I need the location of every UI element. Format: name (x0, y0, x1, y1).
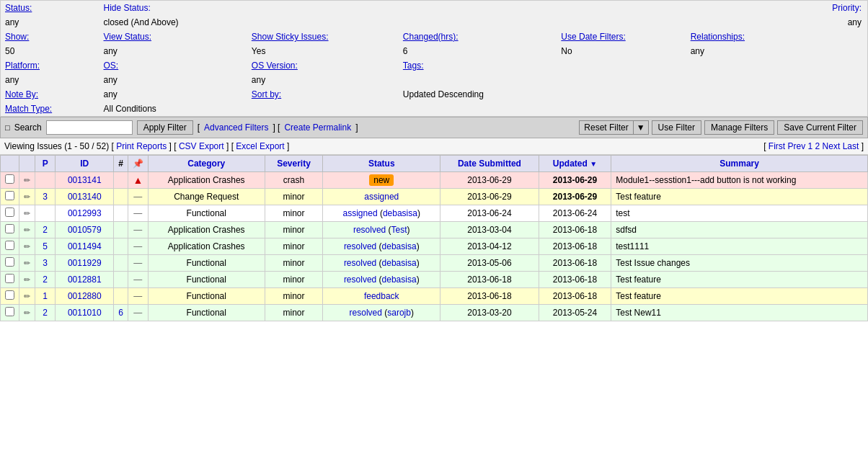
nav-page1[interactable]: 1 (808, 141, 813, 151)
create-permalink-link[interactable]: Create Permalink (284, 122, 351, 133)
row-id-link[interactable]: 0011010 (68, 308, 102, 318)
row-checkbox[interactable] (5, 208, 14, 217)
row-id-link[interactable]: 0013140 (68, 192, 102, 202)
row-p-link[interactable]: 1 (43, 291, 48, 301)
changed-label[interactable]: Changed(hrs): (399, 30, 557, 44)
th-date-submitted[interactable]: Date Submitted (440, 156, 539, 172)
nav-prev[interactable]: Prev (788, 141, 806, 151)
print-reports-link[interactable]: Print Reports (116, 141, 167, 151)
hide-status-anchor[interactable]: Hide Status: (104, 3, 151, 13)
row-status-link[interactable]: assigned (343, 208, 378, 218)
edit-icon[interactable]: ✏ (24, 242, 30, 251)
row-id-link[interactable]: 0012881 (68, 275, 102, 285)
th-status[interactable]: Status (323, 156, 440, 172)
edit-icon[interactable]: ✏ (24, 292, 30, 300)
excel-export-link[interactable]: Excel Export (236, 141, 284, 151)
use-date-anchor[interactable]: Use Date Filters: (561, 32, 625, 42)
os-anchor[interactable]: OS: (104, 61, 119, 71)
row-id-link[interactable]: 0010579 (68, 225, 102, 235)
col-severity-link[interactable]: Severity (277, 159, 311, 169)
row-checkbox[interactable] (5, 274, 14, 283)
use-filter-button[interactable]: Use Filter (652, 120, 701, 135)
row-status-link[interactable]: resolved (344, 275, 376, 285)
row-checkbox[interactable] (5, 224, 14, 233)
row-p-link[interactable]: 2 (43, 308, 48, 318)
dropdown-arrow-icon[interactable]: ▼ (633, 121, 648, 134)
priority-link[interactable]: Priority: (832, 3, 862, 13)
edit-icon[interactable]: ✏ (24, 259, 30, 267)
nav-first[interactable]: First (769, 141, 785, 151)
row-hash-link[interactable]: 6 (118, 308, 123, 318)
th-updated[interactable]: Updated ▼ (539, 156, 611, 172)
row-status-user-link[interactable]: debasisa (382, 258, 417, 268)
row-status-link[interactable]: resolved (344, 241, 376, 251)
nav-last[interactable]: Last (843, 141, 859, 151)
reset-filter-button[interactable]: Reset Filter (580, 121, 632, 134)
csv-export-link[interactable]: CSV Export (179, 141, 224, 151)
status-label[interactable]: Status: (1, 1, 99, 15)
row-status-link[interactable]: resolved (344, 258, 376, 268)
advanced-filters-link[interactable]: Advanced Filters (204, 122, 268, 133)
row-status-user-link[interactable]: Test (391, 225, 407, 235)
row-p-link[interactable]: 3 (43, 192, 48, 202)
th-severity[interactable]: Severity (265, 156, 323, 172)
row-checkbox[interactable] (5, 257, 14, 267)
os-version-anchor[interactable]: OS Version: (252, 61, 298, 71)
edit-icon[interactable]: ✏ (24, 176, 30, 184)
note-by-anchor[interactable]: Note By: (5, 89, 38, 99)
platform-label[interactable]: Platform: (1, 58, 99, 73)
col-updated-link[interactable]: Updated ▼ (553, 159, 597, 169)
row-status-user-link[interactable]: debasisa (382, 275, 417, 285)
row-p-link[interactable]: 2 (43, 275, 48, 285)
row-p-link[interactable]: 5 (43, 241, 48, 251)
os-label[interactable]: OS: (99, 58, 247, 73)
row-checkbox[interactable] (5, 307, 14, 316)
hide-status-link[interactable]: Hide Status: (99, 1, 247, 15)
row-id-link[interactable]: 0012880 (68, 291, 102, 301)
relationships-label[interactable]: Relationships: (686, 30, 798, 44)
nav-page2[interactable]: 2 (815, 141, 820, 151)
manage-filters-button[interactable]: Manage Filters (704, 120, 774, 135)
sticky-anchor[interactable]: Show Sticky Issues: (252, 32, 329, 42)
row-status-user-link[interactable]: debasisa (382, 241, 417, 251)
tags-anchor[interactable]: Tags: (403, 61, 424, 71)
row-checkbox[interactable] (5, 191, 14, 200)
th-summary[interactable]: Summary (611, 156, 868, 172)
col-date-link[interactable]: Date Submitted (458, 159, 521, 169)
th-id[interactable]: ID (56, 156, 114, 172)
row-status-link[interactable]: resolved (350, 308, 382, 318)
col-p-link[interactable]: P (43, 159, 48, 169)
th-p[interactable]: P (35, 156, 56, 172)
th-category[interactable]: Category (148, 156, 265, 172)
view-status-link[interactable]: View Status: (99, 30, 247, 44)
edit-icon[interactable]: ✏ (24, 275, 30, 284)
row-status-user-link[interactable]: debasisa (383, 208, 417, 218)
row-checkbox[interactable] (5, 174, 14, 184)
sticky-label[interactable]: Show Sticky Issues: (247, 30, 399, 44)
row-status-link[interactable]: assigned (364, 192, 399, 202)
platform-anchor[interactable]: Platform: (5, 61, 40, 71)
sort-by-anchor[interactable]: Sort by: (252, 89, 281, 99)
status-link[interactable]: Status: (5, 3, 32, 13)
row-checkbox[interactable] (5, 290, 14, 300)
row-id-link[interactable]: 0011494 (68, 241, 102, 251)
col-id-link[interactable]: ID (80, 159, 89, 169)
col-status-link[interactable]: Status (368, 159, 395, 169)
use-date-label[interactable]: Use Date Filters: (557, 30, 686, 44)
col-category-link[interactable]: Category (187, 159, 225, 169)
row-status-link[interactable]: resolved (353, 225, 386, 235)
edit-icon[interactable]: ✏ (24, 209, 30, 218)
sort-by-label[interactable]: Sort by: (247, 87, 399, 102)
row-p-link[interactable]: 2 (43, 225, 48, 235)
row-status-link[interactable]: feedback (364, 291, 399, 301)
row-p-link[interactable]: 3 (43, 258, 48, 268)
row-id-link[interactable]: 0012993 (68, 208, 102, 218)
relationships-anchor[interactable]: Relationships: (691, 32, 745, 42)
row-status-user-link[interactable]: sarojb (387, 308, 411, 318)
edit-icon[interactable]: ✏ (24, 192, 30, 201)
tags-label[interactable]: Tags: (399, 58, 557, 73)
changed-anchor[interactable]: Changed(hrs): (403, 32, 459, 42)
row-checkbox[interactable] (5, 241, 14, 250)
save-current-filter-button[interactable]: Save Current Filter (777, 120, 863, 135)
row-id-link[interactable]: 0011929 (68, 258, 102, 268)
